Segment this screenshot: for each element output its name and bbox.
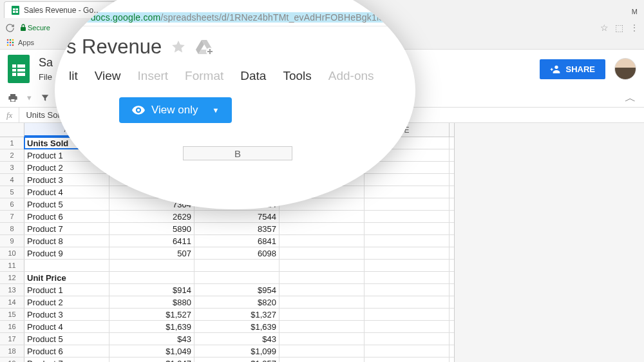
menu-tools[interactable]: Tools [283, 69, 311, 83]
cell[interactable] [279, 247, 365, 259]
row-header[interactable]: 19 [0, 357, 24, 362]
cell[interactable] [194, 260, 279, 271]
cell[interactable]: Product 5 [24, 198, 109, 210]
reload-icon[interactable] [5, 23, 15, 33]
menu-insert[interactable]: Insert [138, 69, 169, 83]
cell[interactable]: 6841 [194, 235, 279, 247]
row-header[interactable]: 16 [0, 321, 24, 332]
cell[interactable]: 2629 [109, 211, 194, 222]
view-only-button[interactable]: View only ▼ [119, 97, 232, 123]
control-icon[interactable]: ⬚ [615, 23, 623, 33]
star-icon[interactable]: ☆ [600, 23, 609, 33]
row-header[interactable]: 1 [0, 137, 24, 149]
apps-icon[interactable] [6, 39, 14, 46]
row-header[interactable]: 2 [0, 149, 24, 161]
cell[interactable] [279, 296, 365, 308]
cell[interactable] [365, 333, 450, 345]
cell[interactable]: $880 [109, 296, 194, 308]
cell[interactable]: Product 8 [24, 235, 109, 247]
magnified-doc-title[interactable]: s Revenue [66, 35, 162, 59]
cell[interactable]: Product 1 [24, 284, 109, 296]
cell[interactable]: Product 3 [24, 309, 109, 320]
row-header[interactable]: 10 [0, 247, 24, 259]
cell[interactable] [279, 345, 365, 357]
cell[interactable] [109, 272, 194, 283]
menu-data[interactable]: Data [240, 69, 266, 83]
cell[interactable]: $1,947 [109, 357, 194, 362]
cell[interactable]: Product 4 [24, 186, 109, 198]
cell[interactable] [365, 186, 450, 198]
cell[interactable]: 5890 [109, 223, 194, 234]
cell[interactable]: $954 [194, 284, 279, 296]
cell[interactable] [279, 235, 365, 247]
row-header[interactable]: 9 [0, 235, 24, 247]
cell[interactable]: Product 5 [24, 333, 109, 345]
menu-format[interactable]: Format [185, 69, 223, 83]
cell[interactable]: Product 7 [24, 357, 109, 362]
menu-view[interactable]: View [95, 69, 121, 83]
cell[interactable] [365, 321, 450, 332]
secure-badge[interactable]: Secure [20, 24, 50, 32]
cell[interactable] [279, 357, 365, 362]
cell[interactable] [365, 223, 450, 234]
cell[interactable] [279, 272, 365, 283]
cell[interactable]: Product 6 [24, 211, 109, 222]
cell[interactable] [365, 260, 450, 271]
cell[interactable]: $1,049 [109, 345, 194, 357]
row-header[interactable]: 13 [0, 284, 24, 296]
cell[interactable]: 6411 [109, 235, 194, 247]
cell[interactable]: Product 9 [24, 247, 109, 259]
cell[interactable] [194, 272, 279, 283]
cell[interactable] [365, 247, 450, 259]
cell[interactable] [279, 211, 365, 222]
cell[interactable] [109, 260, 194, 271]
filter-icon[interactable] [41, 93, 50, 102]
menu-edit[interactable]: lit [69, 69, 78, 83]
cell[interactable] [365, 309, 450, 320]
row-header[interactable]: 8 [0, 223, 24, 234]
row-header[interactable]: 14 [0, 296, 24, 308]
cell[interactable] [365, 272, 450, 283]
row-header[interactable]: 15 [0, 309, 24, 320]
menu-icon[interactable]: ⋮ [630, 23, 639, 33]
chevron-up-icon[interactable]: ︿ [625, 90, 636, 106]
cell[interactable]: Product 2 [24, 296, 109, 308]
cell[interactable] [365, 211, 450, 222]
cell[interactable]: $43 [109, 333, 194, 345]
cell[interactable]: 7544 [194, 211, 279, 222]
magnified-col-header-b[interactable]: B [183, 146, 292, 160]
cell[interactable]: $1,099 [194, 345, 279, 357]
star-icon[interactable] [171, 39, 186, 55]
row-header[interactable]: 5 [0, 186, 24, 198]
menu-addons[interactable]: Add-ons [328, 69, 374, 83]
cell[interactable] [279, 321, 365, 332]
print-icon[interactable] [8, 93, 18, 103]
cell[interactable]: Product 6 [24, 345, 109, 357]
cell[interactable]: 507 [109, 247, 194, 259]
cell[interactable]: $1,527 [109, 309, 194, 320]
cell[interactable]: $43 [194, 333, 279, 345]
row-header[interactable]: 17 [0, 333, 24, 345]
cell[interactable] [279, 333, 365, 345]
row-header[interactable]: 3 [0, 162, 24, 173]
cell[interactable]: $820 [194, 296, 279, 308]
sheets-logo-icon[interactable] [8, 55, 30, 83]
row-header[interactable]: 12 [0, 272, 24, 283]
cell[interactable] [24, 260, 109, 271]
magnified-address-bar[interactable]: https://docs.google.com/spreadsheets/d/1… [60, 8, 415, 26]
cell[interactable]: $1,957 [194, 357, 279, 362]
cell[interactable] [279, 309, 365, 320]
cell[interactable] [365, 345, 450, 357]
row-header[interactable]: 18 [0, 345, 24, 357]
cell[interactable] [365, 296, 450, 308]
cell[interactable] [365, 284, 450, 296]
row-header[interactable]: 4 [0, 174, 24, 186]
cell[interactable]: $1,639 [109, 321, 194, 332]
cell[interactable]: $1,639 [194, 321, 279, 332]
cell[interactable] [365, 357, 450, 362]
cell[interactable] [279, 260, 365, 271]
select-all-corner[interactable] [0, 123, 24, 137]
cell[interactable]: 6098 [194, 247, 279, 259]
document-title[interactable]: Sa [39, 56, 53, 70]
apps-label[interactable]: Apps [18, 39, 34, 46]
